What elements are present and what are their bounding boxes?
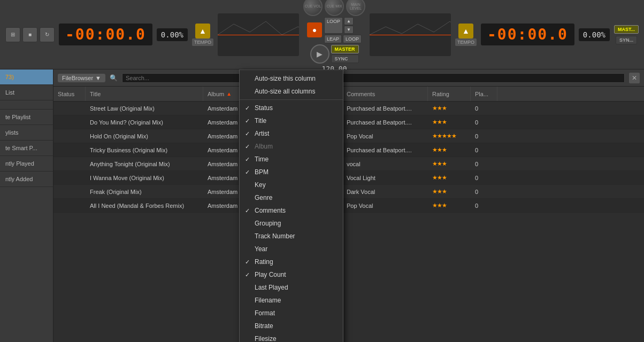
loop-controls: ● LOOP ▲ ▼ LEAP LOOP bbox=[307, 17, 362, 43]
track-plays-4: 0 bbox=[471, 157, 497, 170]
track-rating-4: ★★★ bbox=[428, 157, 471, 170]
right-master-button[interactable]: MAST... bbox=[614, 25, 639, 34]
menu-item-artist[interactable]: Artist bbox=[240, 127, 343, 140]
cue-controls: CUE VOL CUE MIX MAIN LEVEL bbox=[303, 0, 365, 16]
track-rating-7: ★★★ bbox=[428, 199, 471, 212]
table-row[interactable]: Hold On (Original Mix) Amsterdam 2015 - … bbox=[53, 129, 644, 143]
master-sync: MASTER SYNC bbox=[331, 45, 359, 63]
sidebar-item-0[interactable]: 73) bbox=[0, 69, 53, 85]
menu-item-last-played[interactable]: Last Played bbox=[240, 281, 343, 294]
track-status-3 bbox=[53, 143, 86, 157]
track-comments-5: Vocal Light bbox=[342, 171, 428, 184]
sidebar-item-recently-added[interactable]: ntly Added bbox=[0, 172, 53, 187]
header-title[interactable]: Title bbox=[86, 87, 203, 101]
track-status-2 bbox=[53, 129, 86, 143]
search-close-button[interactable]: ✕ bbox=[629, 73, 640, 83]
track-comments-1: Purchased at Beatport.... bbox=[342, 115, 428, 129]
track-status-1 bbox=[53, 115, 86, 129]
table-row[interactable]: Anything Tonight (Original Mix) Amsterda… bbox=[53, 157, 644, 171]
sidebar-item-smart-playlist[interactable]: te Smart P... bbox=[0, 141, 53, 156]
menu-item-key[interactable]: Key bbox=[240, 178, 343, 191]
menu-item-play-count[interactable]: Play Count bbox=[240, 268, 343, 281]
menu-item-grouping[interactable]: Grouping bbox=[240, 217, 343, 230]
track-list-header: Status Title Album ▲ Time BPM Comments R… bbox=[53, 87, 644, 102]
context-menu: Auto-size this columnAuto-size all colum… bbox=[239, 69, 343, 342]
menu-separator bbox=[240, 99, 343, 100]
top-bar: ⊞ ■ ↻ -00:00.0 0.00% ▲ TEMPO CUE VOL CUE… bbox=[0, 0, 644, 69]
loop-row1: LOOP ▲ ▼ bbox=[324, 17, 362, 34]
table-row[interactable]: All I Need (Mandal & Forbes Remix) Amste… bbox=[53, 199, 644, 213]
waveform-svg bbox=[218, 13, 299, 56]
track-plays-2: 0 bbox=[471, 129, 497, 143]
menu-item-status[interactable]: Status bbox=[240, 102, 343, 114]
loop2-btn[interactable]: LOOP bbox=[343, 35, 362, 43]
play-button[interactable]: ▶ bbox=[310, 44, 329, 64]
menu-item-filesize[interactable]: Filesize bbox=[240, 332, 343, 342]
right-tempo-label-area: ▲ TEMPO bbox=[455, 24, 477, 46]
play-controls: ▶ MASTER SYNC bbox=[310, 44, 359, 64]
main-level-knob[interactable]: MAIN LEVEL bbox=[346, 0, 365, 16]
table-row[interactable]: Street Law (Original Mix) Amsterdam 2015… bbox=[53, 102, 644, 115]
sidebar-item-playlists[interactable]: ylists bbox=[0, 125, 53, 141]
track-comments-2: Pop Vocal bbox=[342, 129, 428, 143]
record-btn[interactable]: ↻ bbox=[40, 27, 55, 42]
loop-btn[interactable]: LOOP bbox=[324, 17, 343, 34]
cue-mix-knob[interactable]: CUE MIX bbox=[325, 0, 344, 16]
table-row[interactable]: Do You Mind? (Original Mix) Amsterdam 20… bbox=[53, 115, 644, 129]
table-row[interactable]: Freak (Original Mix) Amsterdam 2015 - Se… bbox=[53, 185, 644, 199]
menu-item-bitrate[interactable]: Bitrate bbox=[240, 320, 343, 332]
header-comments[interactable]: Comments bbox=[342, 87, 428, 101]
track-title-3: Tricky Business (Original Mix) bbox=[86, 143, 203, 157]
menu-item-rating[interactable]: Rating bbox=[240, 255, 343, 268]
loop-panel: LOOP ▲ ▼ LEAP LOOP bbox=[324, 17, 362, 43]
leap-btn[interactable]: LEAP bbox=[324, 35, 342, 43]
sidebar-item-2[interactable] bbox=[0, 100, 53, 110]
right-sync-button[interactable]: SYN... bbox=[616, 36, 637, 44]
track-status-0 bbox=[53, 102, 86, 115]
track-status-5 bbox=[53, 171, 86, 184]
menu-item-time[interactable]: Time bbox=[240, 153, 343, 166]
right-waveform bbox=[370, 13, 451, 56]
track-title-7: All I Need (Mandal & Forbes Remix) bbox=[86, 199, 203, 212]
track-rating-6: ★★★ bbox=[428, 185, 471, 198]
sidebar-item-list[interactable]: List bbox=[0, 85, 53, 100]
left-deck-icon: ▲ bbox=[195, 24, 210, 38]
up-btn[interactable]: ▲ bbox=[344, 17, 354, 25]
expand-btn[interactable]: ⊞ bbox=[5, 27, 20, 42]
cue-vol-knob[interactable]: CUE VOL bbox=[303, 0, 323, 16]
menu-item-comments[interactable]: Comments bbox=[240, 204, 343, 217]
track-rating-5: ★★★ bbox=[428, 171, 471, 184]
sync-button[interactable]: SYNC bbox=[331, 55, 359, 63]
menu-item-year[interactable]: Year bbox=[240, 243, 343, 255]
menu-item-auto-size-this-column[interactable]: Auto-size this column bbox=[240, 72, 343, 85]
track-comments-3: Purchased at Beatport.... bbox=[342, 143, 428, 157]
menu-item-title[interactable]: Title bbox=[240, 114, 343, 127]
main-content: 73) List te Playlist ylists te Smart P..… bbox=[0, 69, 644, 342]
master-button[interactable]: MASTER bbox=[331, 45, 359, 53]
search-bar: FileBrowser ▼ 🔍 ✕ bbox=[53, 69, 644, 87]
table-row[interactable]: I Wanna Move (Original Mix) Amsterdam 20… bbox=[53, 171, 644, 185]
file-browser-label[interactable]: FileBrowser ▼ bbox=[58, 74, 105, 82]
menu-item-format[interactable]: Format bbox=[240, 307, 343, 320]
header-plays[interactable]: Pla... bbox=[471, 87, 497, 101]
search-input[interactable] bbox=[122, 73, 625, 83]
sidebar-item-recently-played[interactable]: ntly Played bbox=[0, 156, 53, 172]
track-plays-1: 0 bbox=[471, 115, 497, 129]
menu-item-album[interactable]: Album bbox=[240, 140, 343, 153]
center-deck-icon: ● bbox=[307, 22, 322, 37]
table-row[interactable]: Tricky Business (Original Mix) Amsterdam… bbox=[53, 143, 644, 157]
left-time-display: -00:00.0 bbox=[59, 24, 152, 45]
menu-item-filename[interactable]: Filename bbox=[240, 294, 343, 307]
track-rating-0: ★★★ bbox=[428, 102, 471, 115]
menu-item-genre[interactable]: Genre bbox=[240, 191, 343, 204]
track-plays-7: 0 bbox=[471, 199, 497, 212]
sidebar-item-create-playlist[interactable]: te Playlist bbox=[0, 110, 53, 125]
menu-item-bpm[interactable]: BPM bbox=[240, 166, 343, 178]
menu-item-track-number[interactable]: Track Number bbox=[240, 230, 343, 243]
down-btn[interactable]: ▼ bbox=[344, 26, 354, 34]
header-rating[interactable]: Rating bbox=[428, 87, 471, 101]
header-status[interactable]: Status bbox=[53, 87, 86, 101]
sidebar: 73) List te Playlist ylists te Smart P..… bbox=[0, 69, 53, 342]
menu-item-auto-size-all-columns[interactable]: Auto-size all columns bbox=[240, 85, 343, 98]
stop-btn[interactable]: ■ bbox=[22, 27, 37, 42]
